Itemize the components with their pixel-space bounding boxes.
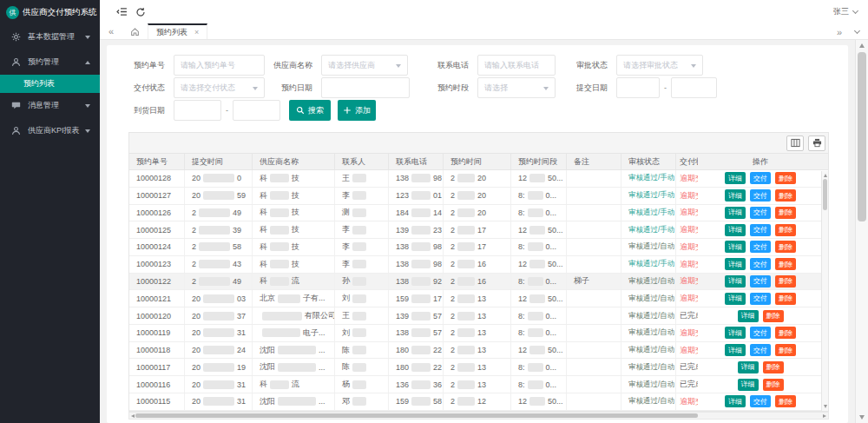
detail-button[interactable]: 详细 [738,379,759,391]
submit-date-start-input[interactable] [616,77,660,98]
deliver-button[interactable]: 交付 [750,395,771,407]
collapse-sidebar-icon[interactable] [116,6,128,17]
tabs-scroll-right-icon[interactable]: » [837,27,842,37]
delete-button[interactable]: 删除 [775,293,796,305]
delete-button[interactable]: 删除 [775,207,796,219]
vertical-scroll-thumb[interactable] [823,179,827,210]
contact-phone-label: 联系电话 [432,55,469,76]
table-vertical-scrollbar[interactable] [821,171,828,411]
deliver-button[interactable]: 交付 [750,207,771,219]
delete-button[interactable]: 删除 [775,327,796,339]
home-icon[interactable] [130,23,140,39]
text-fragment: 陈 [342,345,350,356]
supplier-select[interactable]: 请选择供应商 [321,55,408,76]
delete-button[interactable]: 删除 [763,310,784,322]
sidebar-item-label: 预约管理 [28,56,85,68]
delete-button[interactable]: 删除 [775,275,796,288]
search-button-label: 搜索 [308,105,324,116]
arrival-date-start-input[interactable] [174,100,221,121]
cell-contact-name: 杨 [335,376,389,393]
cell-delivery-status: 已完成 [676,359,698,375]
detail-button[interactable]: 详细 [725,189,746,202]
print-button[interactable] [808,135,825,151]
deliver-button[interactable]: 交付 [750,224,771,236]
filter-columns-button[interactable] [786,135,804,151]
page-scrollbar[interactable] [855,40,868,423]
cell-actions: 详细交付删除 [698,256,823,273]
page-scroll-down-icon[interactable] [859,415,865,420]
page-scroll-thumb[interactable] [858,52,866,221]
deliver-button[interactable]: 交付 [750,241,771,253]
delete-button[interactable]: 删除 [763,379,784,391]
arrival-date-end-input[interactable] [233,100,280,121]
tab-appointment-list[interactable]: 预约列表 × [148,23,207,39]
detail-button[interactable]: 详细 [725,172,746,184]
submit-date-end-input[interactable] [671,77,717,98]
detail-button[interactable]: 详细 [725,275,746,288]
time-slot-select[interactable]: 请选择 [477,77,556,98]
scroll-up-icon[interactable] [824,174,827,177]
delete-button[interactable]: 删除 [775,224,796,236]
text-fragment: 12 [477,397,486,406]
tabs-scroll-left-icon[interactable]: « [100,23,122,39]
table-horizontal-scrollbar[interactable] [128,412,829,420]
cell-appointment-no: 10000123 [129,256,185,273]
detail-button[interactable]: 详细 [725,241,746,253]
cell-remark [567,342,621,359]
add-button[interactable]: 添加 [338,100,376,121]
detail-button[interactable]: 详细 [725,344,746,356]
sidebar-subitem[interactable]: 预约列表 [0,75,100,93]
delete-button[interactable]: 删除 [775,258,796,270]
detail-button[interactable]: 详细 [725,224,746,236]
chevron-down-icon [85,36,90,39]
scroll-right-icon[interactable] [823,414,826,418]
detail-button[interactable]: 详细 [725,327,746,339]
delete-button[interactable]: 删除 [775,189,796,202]
deliver-button[interactable]: 交付 [750,189,771,202]
text-fragment: 139 [396,226,409,235]
deliver-button[interactable]: 交付 [750,258,771,270]
detail-button[interactable]: 详细 [725,258,746,270]
detail-button[interactable]: 详细 [725,293,746,305]
detail-button[interactable]: 详细 [725,395,746,407]
delete-button[interactable]: 删除 [775,172,796,184]
delete-button[interactable]: 删除 [775,241,796,253]
sidebar-item-2[interactable]: 消息管理 [0,93,100,118]
search-button[interactable]: 搜索 [289,100,331,121]
redacted-text [352,277,366,286]
scroll-left-icon[interactable] [131,414,135,418]
cell-review-status: 审核通过/自动 [621,325,676,341]
refresh-icon[interactable] [135,7,146,17]
appointment-date-input[interactable] [321,77,410,98]
approval-status-select[interactable]: 请选择审批状态 [616,55,703,76]
deliver-button[interactable]: 交付 [750,327,771,339]
contact-phone-input[interactable] [477,55,556,76]
detail-button[interactable]: 详细 [725,207,746,219]
detail-button[interactable]: 详细 [738,361,759,373]
deliver-button[interactable]: 交付 [750,275,771,288]
appointment-no-input[interactable] [174,55,265,76]
tab-close-icon[interactable]: × [194,28,199,36]
delete-button[interactable]: 删除 [775,344,796,356]
scroll-down-icon[interactable] [824,405,827,408]
page-scroll-up-icon[interactable] [859,43,865,48]
cell-supplier-name: 科技 [253,170,335,187]
sidebar-item-3[interactable]: 供应商KPI报表 [0,118,100,143]
deliver-button[interactable]: 交付 [750,344,771,356]
detail-button[interactable]: 详细 [738,310,759,322]
deliver-button[interactable]: 交付 [750,172,771,184]
delete-button[interactable]: 删除 [775,395,796,407]
delete-button[interactable]: 删除 [763,361,784,373]
redacted-text [278,397,316,406]
delivery-status-select[interactable]: 请选择交付状态 [174,77,265,98]
horizontal-scroll-thumb[interactable] [135,413,698,418]
column-header-2: 供应商名称 [253,154,335,169]
deliver-button[interactable]: 交付 [750,293,771,305]
redacted-text [352,226,366,235]
user-menu[interactable]: 张三 [833,0,858,23]
tab-menu-chevron-icon[interactable] [854,27,860,33]
cell-review-status: 审核通过/自动 [621,342,676,359]
sidebar-item-1[interactable]: 预约管理 [0,50,100,75]
sidebar-item-0[interactable]: 基本数据管理 [0,24,100,50]
text-fragment: 184 [396,208,409,217]
